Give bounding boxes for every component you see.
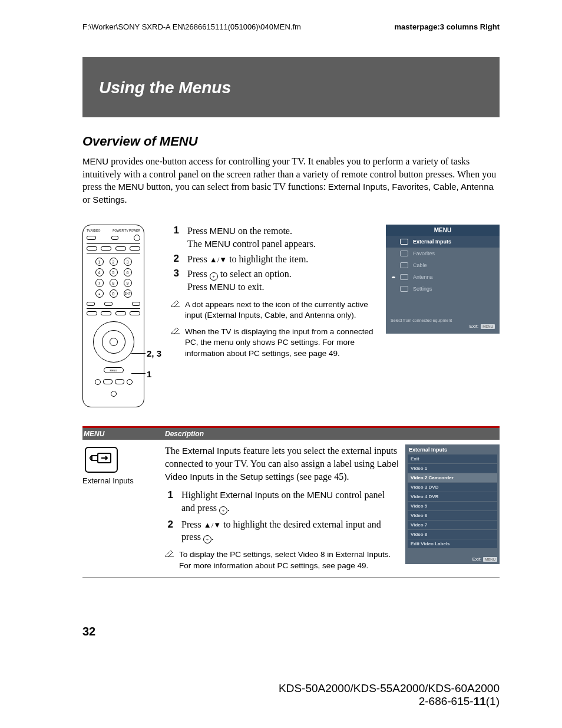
osd-menu-item: Antenna	[386, 271, 500, 283]
footer: KDS-50A2000/KDS-55A2000/KDS-60A2000 2-68…	[0, 682, 500, 708]
step-number: 2	[165, 518, 173, 544]
note-text: When the TV is displaying the input from…	[185, 327, 375, 359]
chapter-banner: Using the Menus	[82, 57, 500, 117]
osd-menu-item: Favorites	[386, 248, 500, 259]
osd-item-label: Cable	[413, 262, 427, 268]
note-text: To display the PC settings, select Video…	[179, 549, 399, 571]
external-inputs-label: External Inputs	[82, 476, 159, 485]
callout-23: 2, 3	[147, 348, 161, 358]
enter-button-icon: +	[219, 506, 227, 515]
header-masterpage: masterpage:3 columns Right	[395, 22, 500, 31]
footer-models: KDS-50A2000/KDS-55A2000/KDS-60A2000	[0, 682, 500, 695]
step-number: 1	[171, 225, 179, 250]
osd-list-item: Video 1	[408, 464, 497, 473]
step-number: 3	[171, 268, 179, 294]
callout-1: 1	[147, 369, 161, 379]
osd-exit-badge: MENU	[481, 324, 495, 329]
note-pen-icon	[171, 299, 180, 321]
remote-illustration: TV/VIDEOPOWER TV POWER 123 456 789 •0ENT…	[82, 225, 160, 407]
osd-list-item: Exit	[408, 454, 497, 463]
osd-item-icon	[400, 262, 408, 268]
table-header: MENU Description	[82, 426, 500, 440]
osd-menu-item: Settings	[386, 283, 500, 295]
enter-button-icon: +	[203, 535, 211, 543]
osd-list-item: Video 2 Camcorder	[408, 473, 497, 482]
osd-list-item: Video 5	[408, 502, 497, 510]
steps-column: 1 Press MENU on the remote. The MENU con…	[171, 225, 375, 358]
note-text: A dot appears next to the icon of the cu…	[185, 299, 375, 321]
note-pen-icon	[165, 549, 174, 571]
header-row: F:\Worker\SONY SXRD-A EN\2686615111(0510…	[82, 22, 500, 31]
up-down-arrow-icon: ▲/▼	[210, 255, 227, 264]
footer-docnum: 2-686-615-11(1)	[0, 695, 500, 708]
osd-footer-hint: Select from connected equipment	[386, 318, 500, 322]
osd-menu-item: Cable	[386, 259, 500, 271]
osd-list-item: Video 6	[408, 511, 497, 520]
osd-menu-title: MENU	[386, 225, 500, 236]
osd-item-label: Favorites	[413, 251, 435, 256]
osd-menu-item: External Inputs	[386, 236, 500, 248]
osd-list-item: Video 4 DVR	[408, 492, 497, 501]
table-header-desc: Description	[165, 428, 204, 440]
table-header-menu: MENU	[82, 428, 165, 440]
osd-item-icon	[400, 286, 408, 292]
osd-list-exit: Exit: MENU	[408, 556, 497, 562]
header-path: F:\Worker\SONY SXRD-A EN\2686615111(0510…	[82, 22, 301, 31]
osd-list-title: External Inputs	[408, 447, 497, 453]
table-row: External Inputs The External Inputs feat…	[82, 444, 500, 577]
note-pen-icon	[171, 327, 180, 359]
osd-list-item: Video 8	[408, 530, 497, 539]
osd-list-item: Edit Video Labels	[408, 539, 497, 548]
osd-menu-screenshot: MENU External InputsFavoritesCableAntenn…	[386, 225, 500, 334]
external-inputs-icon	[85, 447, 118, 473]
up-down-arrow-icon: ▲/▼	[204, 521, 221, 529]
osd-item-icon	[400, 251, 408, 256]
step-number: 1	[165, 489, 173, 515]
osd-list-item: Video 7	[408, 521, 497, 529]
osd-list-item: Video 3 DVD	[408, 483, 497, 492]
intro-menu-word: MENU	[82, 156, 108, 166]
osd-item-label: External Inputs	[413, 239, 451, 245]
osd-item-label: Settings	[413, 286, 432, 292]
osd-external-inputs-list: External Inputs ExitVideo 1Video 2 Camco…	[405, 444, 500, 564]
osd-exit-label: Exit: MENU	[386, 322, 500, 330]
page-number: 32	[82, 625, 500, 638]
osd-list-exit-badge: MENU	[483, 557, 497, 562]
osd-item-label: Antenna	[413, 274, 433, 280]
section-title: Overview of MENU	[82, 134, 500, 149]
osd-item-icon	[400, 239, 408, 245]
step-number: 2	[171, 253, 179, 266]
intro-paragraph: MENU provides one-button access for cont…	[82, 155, 500, 206]
osd-item-icon	[400, 274, 408, 280]
enter-button-icon: +	[210, 272, 218, 281]
